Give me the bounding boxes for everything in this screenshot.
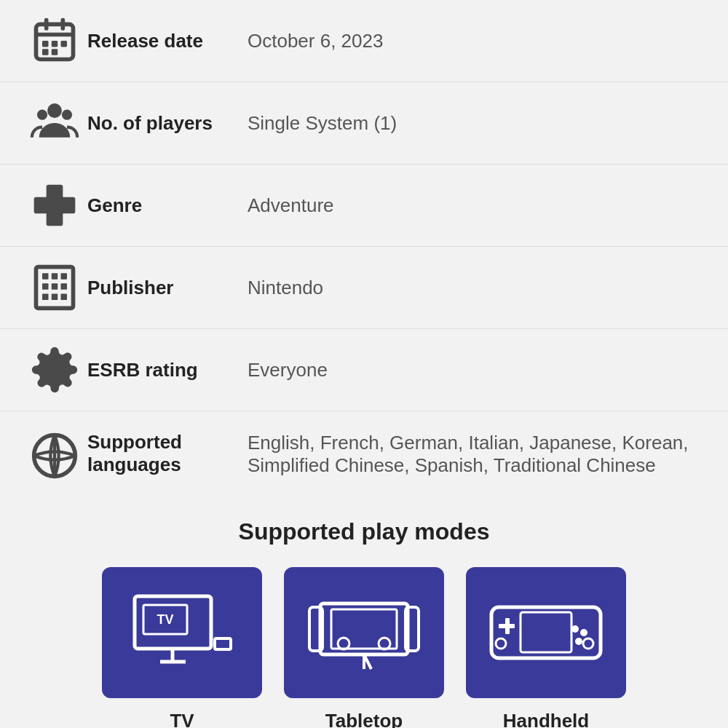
publisher-label: Publisher xyxy=(87,277,248,299)
tv-mode-card: TV xyxy=(102,567,262,698)
svg-point-10 xyxy=(37,110,47,120)
svg-point-9 xyxy=(47,103,62,118)
tv-mode-label: TV xyxy=(170,710,194,728)
release-date-row: Release date October 6, 2023 xyxy=(0,0,728,82)
publisher-row: Publisher Nintendo xyxy=(0,247,728,329)
svg-rect-18 xyxy=(42,273,49,280)
play-modes-section: Supported play modes TV TV xyxy=(0,496,728,728)
genre-row: Genre Adventure xyxy=(0,165,728,247)
esrb-rating-label: ESRB rating xyxy=(87,359,248,381)
handheld-mode-card xyxy=(466,567,626,698)
genre-label: Genre xyxy=(87,194,248,217)
num-players-row: No. of players Single System (1) xyxy=(0,82,728,165)
num-players-label: No. of players xyxy=(87,112,248,135)
svg-rect-16 xyxy=(47,197,63,214)
handheld-mode-item: Handheld xyxy=(466,567,626,728)
svg-point-11 xyxy=(62,110,72,120)
svg-rect-21 xyxy=(42,283,49,290)
play-modes-grid: TV TV xyxy=(15,567,713,728)
svg-point-49 xyxy=(580,629,587,636)
tabletop-mode-card xyxy=(284,567,444,698)
building-icon xyxy=(22,263,87,312)
svg-rect-37 xyxy=(331,609,397,649)
svg-rect-47 xyxy=(505,618,510,634)
tv-mode-item: TV TV xyxy=(102,567,262,728)
svg-rect-25 xyxy=(52,294,58,301)
svg-rect-7 xyxy=(42,49,49,55)
tabletop-mode-item: Tabletop xyxy=(284,567,444,728)
svg-point-50 xyxy=(575,638,582,645)
svg-rect-23 xyxy=(61,283,68,290)
svg-point-48 xyxy=(571,625,579,633)
svg-rect-6 xyxy=(61,41,68,47)
num-players-value: Single System (1) xyxy=(248,112,706,135)
esrb-rating-value: Everyone xyxy=(248,359,706,381)
svg-point-51 xyxy=(496,638,506,649)
tabletop-mode-label: Tabletop xyxy=(325,710,403,728)
svg-rect-26 xyxy=(61,294,68,301)
publisher-value: Nintendo xyxy=(248,277,706,299)
release-date-value: October 6, 2023 xyxy=(248,30,706,52)
svg-rect-22 xyxy=(52,283,58,290)
globe-icon xyxy=(22,427,87,480)
svg-rect-19 xyxy=(52,273,58,280)
supported-languages-value: English, French, German, Italian, Japane… xyxy=(248,432,706,477)
svg-rect-24 xyxy=(42,294,49,301)
dpad-icon xyxy=(22,181,87,230)
calendar-icon xyxy=(22,16,87,66)
play-modes-title: Supported play modes xyxy=(15,518,713,545)
genre-value: Adventure xyxy=(248,194,706,217)
svg-rect-45 xyxy=(521,612,571,652)
esrb-rating-row: ESRB rating Everyone xyxy=(0,329,728,411)
info-list: Release date October 6, 2023 No. of play… xyxy=(0,0,728,496)
supported-languages-row: Supported languages English, French, Ger… xyxy=(0,411,728,496)
players-icon xyxy=(22,98,87,148)
svg-rect-4 xyxy=(42,41,49,47)
release-date-label: Release date xyxy=(87,30,248,52)
svg-rect-35 xyxy=(215,638,231,649)
svg-rect-20 xyxy=(61,273,68,280)
supported-languages-label: Supported languages xyxy=(87,427,248,476)
handheld-mode-label: Handheld xyxy=(503,710,589,728)
svg-text:TV: TV xyxy=(157,612,173,627)
gear-icon xyxy=(22,345,87,395)
svg-rect-8 xyxy=(52,49,58,55)
svg-rect-5 xyxy=(52,41,58,47)
svg-rect-36 xyxy=(320,604,408,654)
svg-point-52 xyxy=(583,638,593,649)
